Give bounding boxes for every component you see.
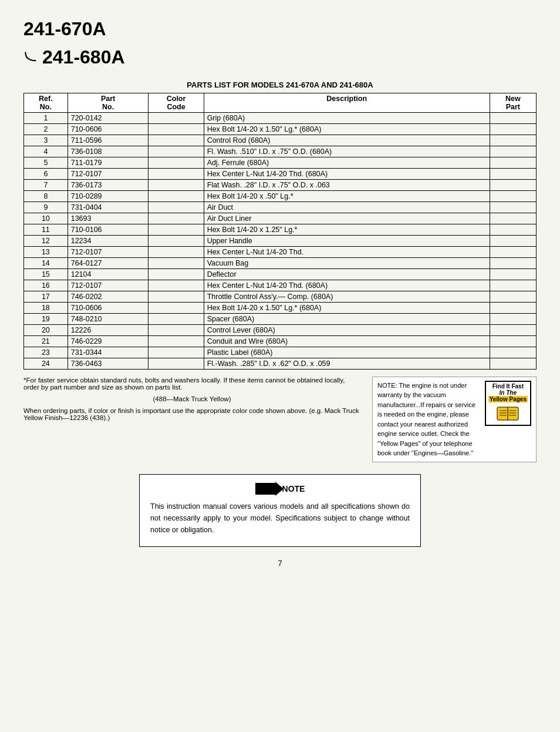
description-cell: Conduit and Wire (680A) [204,335,490,347]
description-cell: Plastic Label (680A) [204,347,490,358]
description-cell: Hex Center L-Nut 1/4-20 Thd. (680A) [204,168,490,179]
table-row: 1720-0142Grip (680A) [24,112,537,123]
color-code-cell [149,190,204,202]
new-part-cell [490,168,536,179]
part-no-cell: 746-0229 [68,335,149,347]
description-cell: Control Lever (680A) [204,324,490,335]
new-part-cell [490,235,536,246]
curve-icon [23,51,38,65]
note-arrow-icon [255,483,276,495]
table-row: 14764-0127Vacuum Bag [24,257,537,268]
ref-no-cell: 11 [24,224,68,235]
table-row: 1212234Upper Handle [24,235,537,246]
ref-no-cell: 10 [24,213,68,224]
footer-notes: *For faster service obtain standard nuts… [23,377,537,462]
new-part-cell [490,291,536,302]
color-code-cell [149,302,204,313]
new-part-cell [490,202,536,213]
ordering-note: When ordering parts, if color or finish … [23,407,360,421]
color-code-cell [149,168,204,179]
header-new-part: NewPart [490,93,536,112]
new-part-cell [490,280,536,291]
new-part-cell [490,135,536,146]
new-part-cell [490,112,536,123]
table-row: 16712-0107Hex Center L-Nut 1/4-20 Thd. (… [24,280,537,291]
yp-line2: In The [488,389,528,396]
description-cell: Hex Bolt 1/4-20 x 1.25" Lg.* [204,224,490,235]
table-row: 2012226Control Lever (680A) [24,324,537,335]
color-code-cell [149,135,204,146]
note-body: This instruction manual covers various m… [150,501,410,536]
description-cell: Hex Bolt 1/4-20 x 1.50" Lg.* (680A) [204,123,490,135]
model-title-1: 241-670A [23,18,537,40]
footnote-star: *For faster service obtain standard nuts… [23,377,360,391]
note-label: NOTE [282,484,305,493]
color-code-cell [149,224,204,235]
part-no-cell: 12104 [68,268,149,280]
description-cell: Deflector [204,268,490,280]
description-cell: Hex Center L-Nut 1/4-20 Thd. [204,246,490,257]
part-no-cell: 731-0404 [68,202,149,213]
part-no-cell: 711-0596 [68,135,149,146]
part-no-cell: 748-0210 [68,313,149,324]
table-row: 19748-0210Spacer (680A) [24,313,537,324]
part-no-cell: 736-0108 [68,146,149,157]
description-cell: Throttle Control Ass'y.— Comp. (680A) [204,291,490,302]
new-part-cell [490,268,536,280]
color-code-cell [149,179,204,190]
note-header: NOTE [150,483,410,495]
part-no-cell: 710-0606 [68,123,149,135]
ref-no-cell: 9 [24,202,68,213]
color-code-cell [149,268,204,280]
page-title-section: 241-670A 241-680A [23,18,537,69]
ref-no-cell: 1 [24,112,68,123]
note-box: NOTE This instruction manual covers vari… [139,474,421,547]
ref-no-cell: 24 [24,358,68,369]
ref-no-cell: 2 [24,123,68,135]
new-part-cell [490,224,536,235]
ref-no-cell: 12 [24,235,68,246]
ref-no-cell: 16 [24,280,68,291]
ref-no-cell: 5 [24,157,68,168]
part-no-cell: 736-0463 [68,358,149,369]
new-part-cell [490,335,536,347]
model-title-2: 241-680A [42,46,125,68]
yp-graphic [488,405,528,424]
color-code-cell [149,358,204,369]
ref-no-cell: 6 [24,168,68,179]
header-part-no: PartNo. [68,93,149,112]
part-no-cell: 12226 [68,324,149,335]
new-part-cell [490,246,536,257]
table-row: 7736-0173Flat Wash. .28" I.D. x .75" O.D… [24,179,537,190]
color-code-cell [149,202,204,213]
table-row: 6712-0107Hex Center L-Nut 1/4-20 Thd. (6… [24,168,537,179]
table-row: 23731-0344Plastic Label (680A) [24,347,537,358]
color-code-cell [149,280,204,291]
table-row: 18710-0606Hex Bolt 1/4-20 x 1.50" Lg.* (… [24,302,537,313]
header-description: Description [204,93,490,112]
table-row: 11710-0106Hex Bolt 1/4-20 x 1.25" Lg.* [24,224,537,235]
color-code-cell [149,347,204,358]
description-cell: Vacuum Bag [204,257,490,268]
ref-no-cell: 19 [24,313,68,324]
description-cell: Air Duct [204,202,490,213]
color-code-cell [149,246,204,257]
description-cell: Flat Wash. .28" I.D. x .75" O.D. x .063 [204,179,490,190]
parts-table: Ref.No. PartNo. ColorCode Description Ne… [23,93,537,370]
ref-no-cell: 18 [24,302,68,313]
part-no-cell: 712-0107 [68,246,149,257]
new-part-cell [490,302,536,313]
description-cell: Fl. Wash. .510" I.D. x .75" O.D. (680A) [204,146,490,157]
color-note: (488—Mack Truck Yellow) [23,395,360,402]
table-row: 4736-0108Fl. Wash. .510" I.D. x .75" O.D… [24,146,537,157]
color-code-cell [149,213,204,224]
color-code-cell [149,313,204,324]
new-part-cell [490,179,536,190]
new-part-cell [490,190,536,202]
ref-no-cell: 20 [24,324,68,335]
part-no-cell: 710-0106 [68,224,149,235]
description-cell: Hex Bolt 1/4-20 x .50" Lg.* [204,190,490,202]
part-no-cell: 710-0606 [68,302,149,313]
description-cell: Control Rod (680A) [204,135,490,146]
description-cell: Adj. Ferrule (680A) [204,157,490,168]
